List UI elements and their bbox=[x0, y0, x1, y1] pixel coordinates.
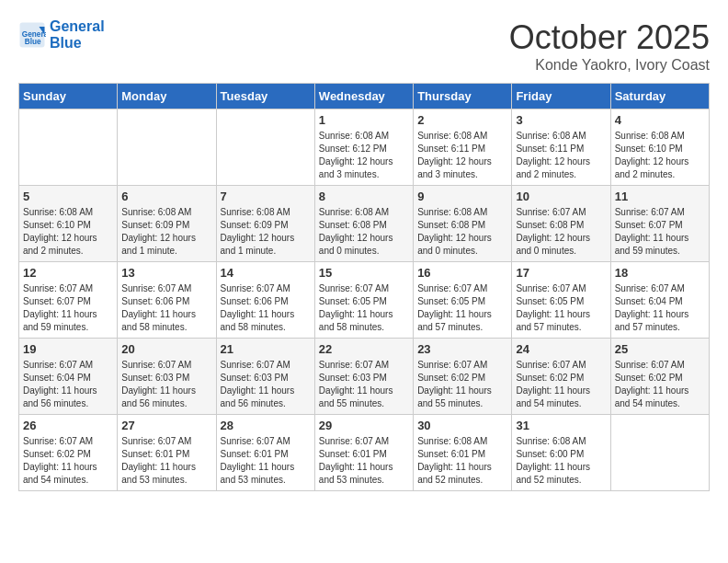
sunrise-label: Sunrise: bbox=[319, 283, 355, 293]
day-info: Sunrise: 6:08 AM Sunset: 6:10 PM Dayligh… bbox=[23, 206, 113, 258]
logo: General Blue General Blue bbox=[18, 18, 105, 51]
sunset-label: Sunset: bbox=[516, 449, 550, 459]
daylight-label: Daylight: 11 hours and 55 minutes. bbox=[417, 385, 492, 408]
sunset-time: 6:04 PM bbox=[57, 373, 91, 383]
calendar-header-row: SundayMondayTuesdayWednesdayThursdayFrid… bbox=[19, 84, 710, 109]
daylight-label: Daylight: 11 hours and 58 minutes. bbox=[121, 309, 196, 332]
sunset-label: Sunset: bbox=[23, 449, 57, 459]
calendar-week-4: 19 Sunrise: 6:07 AM Sunset: 6:04 PM Dayl… bbox=[19, 339, 710, 415]
day-number: 2 bbox=[417, 113, 507, 127]
calendar-cell: 17 Sunrise: 6:07 AM Sunset: 6:05 PM Dayl… bbox=[512, 262, 610, 339]
sunrise-label: Sunrise: bbox=[516, 131, 552, 141]
calendar-week-3: 12 Sunrise: 6:07 AM Sunset: 6:07 PM Dayl… bbox=[19, 262, 710, 339]
day-info: Sunrise: 6:07 AM Sunset: 6:06 PM Dayligh… bbox=[221, 282, 311, 334]
daylight-label: Daylight: 11 hours and 55 minutes. bbox=[319, 385, 393, 408]
sunset-label: Sunset: bbox=[516, 296, 550, 306]
calendar-table: SundayMondayTuesdayWednesdayThursdayFrid… bbox=[18, 83, 710, 491]
daylight-label: Daylight: 12 hours and 3 minutes. bbox=[417, 156, 492, 179]
day-number: 14 bbox=[221, 266, 311, 280]
day-info: Sunrise: 6:07 AM Sunset: 6:03 PM Dayligh… bbox=[121, 359, 211, 410]
day-number: 30 bbox=[417, 419, 507, 432]
day-info: Sunrise: 6:07 AM Sunset: 6:07 PM Dayligh… bbox=[23, 282, 113, 334]
sunrise-time: 6:07 AM bbox=[256, 283, 290, 293]
day-info: Sunrise: 6:07 AM Sunset: 6:03 PM Dayligh… bbox=[319, 359, 409, 410]
calendar-cell: 6 Sunrise: 6:08 AM Sunset: 6:09 PM Dayli… bbox=[118, 186, 216, 262]
sunset-time: 6:10 PM bbox=[57, 220, 91, 230]
day-number: 16 bbox=[417, 266, 507, 280]
sunset-label: Sunset: bbox=[516, 220, 550, 230]
sunset-time: 6:06 PM bbox=[155, 296, 189, 306]
sunset-time: 6:07 PM bbox=[648, 220, 682, 230]
day-info: Sunrise: 6:07 AM Sunset: 6:01 PM Dayligh… bbox=[221, 435, 311, 487]
sunset-label: Sunset: bbox=[319, 220, 353, 230]
daylight-label: Daylight: 11 hours and 53 minutes. bbox=[221, 462, 295, 485]
day-number: 17 bbox=[516, 266, 606, 280]
sunrise-time: 6:07 AM bbox=[454, 360, 488, 370]
calendar-cell bbox=[610, 415, 709, 491]
sunset-time: 6:11 PM bbox=[451, 144, 485, 154]
month-title: October 2025 bbox=[509, 18, 710, 57]
sunrise-label: Sunrise: bbox=[121, 436, 157, 446]
calendar-cell: 14 Sunrise: 6:07 AM Sunset: 6:06 PM Dayl… bbox=[216, 262, 314, 339]
day-number: 22 bbox=[319, 342, 409, 356]
header: General Blue General Blue October 2025 K… bbox=[18, 18, 710, 74]
day-info: Sunrise: 6:07 AM Sunset: 6:03 PM Dayligh… bbox=[221, 359, 311, 410]
day-info: Sunrise: 6:08 AM Sunset: 6:12 PM Dayligh… bbox=[319, 130, 409, 181]
sunset-label: Sunset: bbox=[615, 220, 649, 230]
day-info: Sunrise: 6:07 AM Sunset: 6:05 PM Dayligh… bbox=[516, 282, 606, 334]
sunrise-label: Sunrise: bbox=[23, 360, 59, 370]
daylight-label: Daylight: 11 hours and 53 minutes. bbox=[121, 462, 196, 485]
logo-icon: General Blue bbox=[18, 21, 46, 49]
day-number: 15 bbox=[319, 266, 409, 280]
sunset-time: 6:09 PM bbox=[254, 220, 288, 230]
sunset-time: 6:10 PM bbox=[648, 144, 682, 154]
sunset-label: Sunset: bbox=[221, 373, 255, 383]
sunrise-label: Sunrise: bbox=[516, 283, 552, 293]
weekday-header-wednesday: Wednesday bbox=[314, 84, 413, 109]
sunrise-label: Sunrise: bbox=[121, 207, 157, 217]
day-number: 4 bbox=[615, 113, 705, 127]
day-info: Sunrise: 6:08 AM Sunset: 6:00 PM Dayligh… bbox=[516, 435, 606, 487]
sunrise-label: Sunrise: bbox=[319, 436, 355, 446]
sunset-time: 6:04 PM bbox=[648, 296, 682, 306]
location-subtitle: Konde Yaokro, Ivory Coast bbox=[509, 57, 710, 74]
day-info: Sunrise: 6:08 AM Sunset: 6:09 PM Dayligh… bbox=[121, 206, 211, 258]
calendar-week-1: 1 Sunrise: 6:08 AM Sunset: 6:12 PM Dayli… bbox=[19, 109, 710, 186]
sunset-time: 6:09 PM bbox=[155, 220, 189, 230]
calendar-cell: 29 Sunrise: 6:07 AM Sunset: 6:01 PM Dayl… bbox=[314, 415, 413, 491]
sunrise-label: Sunrise: bbox=[221, 283, 256, 293]
calendar-cell bbox=[118, 109, 216, 186]
sunrise-time: 6:08 AM bbox=[454, 131, 488, 141]
day-number: 5 bbox=[23, 190, 113, 203]
sunrise-label: Sunrise: bbox=[516, 360, 552, 370]
calendar-week-5: 26 Sunrise: 6:07 AM Sunset: 6:02 PM Dayl… bbox=[19, 415, 710, 491]
sunrise-time: 6:08 AM bbox=[552, 436, 586, 446]
calendar-cell: 1 Sunrise: 6:08 AM Sunset: 6:12 PM Dayli… bbox=[314, 109, 413, 186]
sunset-time: 6:05 PM bbox=[353, 296, 387, 306]
sunrise-label: Sunrise: bbox=[516, 207, 552, 217]
sunrise-label: Sunrise: bbox=[615, 283, 651, 293]
sunrise-time: 6:07 AM bbox=[256, 436, 290, 446]
sunset-label: Sunset: bbox=[23, 220, 57, 230]
calendar-cell: 30 Sunrise: 6:08 AM Sunset: 6:01 PM Dayl… bbox=[414, 415, 512, 491]
daylight-label: Daylight: 11 hours and 59 minutes. bbox=[23, 309, 97, 332]
calendar-cell: 27 Sunrise: 6:07 AM Sunset: 6:01 PM Dayl… bbox=[118, 415, 216, 491]
day-info: Sunrise: 6:07 AM Sunset: 6:08 PM Dayligh… bbox=[516, 206, 606, 258]
daylight-label: Daylight: 12 hours and 3 minutes. bbox=[319, 156, 393, 179]
sunrise-time: 6:08 AM bbox=[552, 131, 586, 141]
day-number: 12 bbox=[23, 266, 113, 280]
day-number: 21 bbox=[221, 342, 311, 356]
calendar-week-2: 5 Sunrise: 6:08 AM Sunset: 6:10 PM Dayli… bbox=[19, 186, 710, 262]
daylight-label: Daylight: 11 hours and 57 minutes. bbox=[615, 309, 689, 332]
daylight-label: Daylight: 12 hours and 2 minutes. bbox=[516, 156, 590, 179]
calendar-cell bbox=[216, 109, 314, 186]
sunset-time: 6:05 PM bbox=[451, 296, 485, 306]
sunrise-time: 6:07 AM bbox=[552, 360, 586, 370]
logo-line2: Blue bbox=[50, 35, 105, 52]
calendar-cell: 11 Sunrise: 6:07 AM Sunset: 6:07 PM Dayl… bbox=[610, 186, 709, 262]
sunrise-label: Sunrise: bbox=[417, 360, 453, 370]
sunrise-label: Sunrise: bbox=[417, 207, 453, 217]
sunrise-time: 6:07 AM bbox=[59, 283, 93, 293]
daylight-label: Daylight: 11 hours and 54 minutes. bbox=[615, 385, 689, 408]
daylight-label: Daylight: 11 hours and 59 minutes. bbox=[615, 233, 689, 256]
